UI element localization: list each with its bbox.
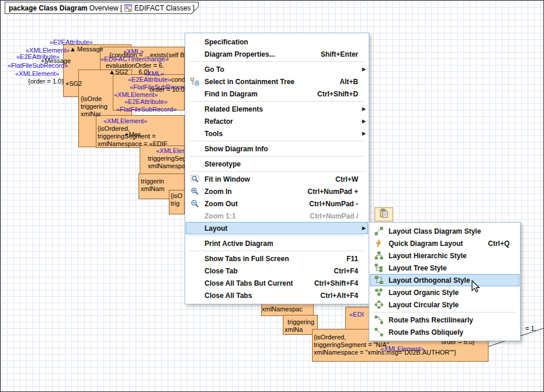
menu-item-label: Layout Hierarchic Style [389,252,466,260]
menu-item-close-all-tabs[interactable]: Close All TabsCtrl+Alt+F4 [186,289,368,301]
menu-item-layout-class-diagram-style[interactable]: Layout Class Diagram Style [370,225,519,237]
menu-item-label: Fit in Window [205,175,250,183]
menu-item-label: Zoom In [205,188,232,196]
menu-separator [189,171,365,172]
menu-item-stereotype[interactable]: Stereotype [186,158,368,170]
menu-item-refactor[interactable]: Refactor▶ [186,115,368,127]
menu-item-fit-in-window[interactable]: Fit in WindowCtrl+W [186,173,368,185]
submenu-arrow-icon: ▶ [358,131,366,136]
menu-item-label: Zoom Out [205,200,238,208]
menu-icon-blank [188,129,201,138]
stereotype-label: «E2EAttribute» [50,39,93,46]
context-menu: SpecificationDiagram Properties...Shift+… [185,33,369,304]
diagram-frame-header[interactable]: package Class Diagram Overview [ EDIFACT… [5,2,199,14]
menu-item-layout-circular-style[interactable]: Layout Circular Style [370,299,519,311]
menu-item-label: Layout Class Diagram Style [389,227,481,235]
menu-item-specification[interactable]: Specification [186,36,368,48]
menu-item-layout-orthogonal-style[interactable]: Layout Orthogonal Style [370,274,519,286]
menu-item-show-diagram-info[interactable]: Show Diagram Info [186,143,368,155]
clipboard-button[interactable] [375,207,393,221]
menu-item-label: Close All Tabs But Current [205,279,293,287]
submenu-arrow-icon: ▶ [358,226,366,231]
diagram-text: = 1, [525,325,536,332]
lay-orth-icon [372,276,385,285]
menu-separator [189,251,365,251]
menu-item-zoom-in[interactable]: Zoom InCtrl+NumPad + [186,185,368,197]
lay-hier-icon [372,251,385,261]
menu-item-find-in-diagram[interactable]: Find in DiagramCtrl+Shift+D [186,88,368,100]
menu-item-label: Specification [205,38,248,46]
submenu-arrow-icon: ▶ [358,67,366,72]
layout-submenu: Layout Class Diagram StyleQuick Diagram … [369,222,521,341]
diagram-text: ▲ [70,46,76,53]
diagram-text: xmlNamespace = «EDIF [98,141,168,147]
menu-item-label: Diagram Properties... [205,50,275,58]
menu-item-shortcut: Ctrl+NumPad - [296,200,358,208]
menu-item-label: Zoom 1:1 [205,212,235,220]
menu-item-close-all-tabs-but-current[interactable]: Close All Tabs But CurrentCtrl+Shift+F4 [186,277,368,289]
menu-item-select-in-containment-tree[interactable]: Select in Containment TreeAlt+B [186,75,368,88]
stereotype-label: «XMLElement» [103,118,147,124]
menu-item-show-tabs-in-full-screen[interactable]: Show Tabs in Full ScreenF11 [186,252,368,265]
stereotype-label: «FlatFileSubRecord» [8,63,68,69]
menu-item-layout-hierarchic-style[interactable]: Layout Hierarchic Style [370,249,519,262]
menu-separator [189,61,365,62]
menu-item-shortcut: Ctrl+F4 [321,267,358,275]
menu-item-layout-tree-style[interactable]: Layout Tree Style [370,262,519,274]
stereotype-label: «EDI [349,311,363,318]
menu-icon-blank [188,117,201,126]
menu-icon-blank [188,50,201,59]
menu-item-label: Layout Organic Style [389,289,459,297]
menu-item-route-paths-rectilinearly[interactable]: Route Paths Rectilinearly [370,314,519,326]
menu-item-print-active-diagram[interactable]: Print Active Diagram [186,237,368,249]
menu-item-label: Layout Tree Style [389,264,446,272]
menu-item-label: Show Diagram Info [205,145,268,153]
menu-icon-blank [188,279,201,288]
application-window: «E2EAttribute»«XMLElement»▲Message«XML»{… [0,0,544,392]
menu-item-label: Show Tabs in Full Screen [205,255,289,263]
frame-keyword: package Class Diagram [9,4,88,12]
class-diagram-icon [124,4,132,12]
diagram-text: xmlNamespace = "xmlns:msg="D02B.AUTHOR""… [314,349,456,356]
lay-class-icon [372,227,385,236]
menu-item-related-elements[interactable]: Related Elements▶ [186,103,368,115]
menu-item-tools[interactable]: Tools▶ [186,127,368,140]
menu-item-label: Close Tab [205,267,237,275]
route-rect-icon [372,315,385,325]
zoomin-icon [188,187,201,196]
menu-icon-blank [188,211,201,221]
menu-item-layout-organic-style[interactable]: Layout Organic Style [370,286,519,299]
menu-icon-blank [188,224,201,233]
menu-item-route-paths-obliquely[interactable]: Route Paths Obliquely [370,326,519,338]
menu-item-shortcut: Ctrl+NumPad / [297,212,358,220]
menu-item-diagram-properties[interactable]: Diagram Properties...Shift+Enter [186,48,368,60]
menu-item-go-to[interactable]: Go To▶ [186,63,368,75]
menu-item-label: Close All Tabs [205,292,252,300]
menu-item-label: Quick Diagram Layout [389,240,463,248]
lay-circ-icon [372,300,385,310]
menu-item-label: Select in Containment Tree [205,78,294,86]
zoomout-icon [188,199,201,209]
diagram-text: xmlNam [141,186,164,192]
diagram-text: {isO [171,193,182,199]
menu-icon-blank [188,266,201,276]
menu-item-label: Refactor [205,117,233,126]
menu-item-label: Print Active Diagram [205,240,273,248]
menu-separator [189,156,365,157]
diagram-text: +SG2 [65,81,82,87]
diagram-text: {isOrdered, [314,334,346,341]
route-obl-icon [372,328,385,337]
frame-diagram-name: EDIFACT Classes [134,4,190,12]
stereotype-label: «E2EAttribute» [128,77,171,83]
menu-icon-blank [188,239,201,248]
menu-item-quick-diagram-layout[interactable]: Quick Diagram LayoutCtrl+Q [370,237,519,249]
stereotype-label: «XMLElement» [15,71,59,77]
menu-item-layout[interactable]: Layout▶ [186,222,368,234]
submenu-arrow-icon: ▶ [358,106,366,112]
diagram-text: trig [171,200,179,207]
stereotype-label: «E2EAttribute» [124,99,168,105]
menu-icon-blank [188,159,201,169]
menu-icon-blank [188,144,201,154]
menu-item-close-tab[interactable]: Close TabCtrl+F4 [186,265,368,277]
menu-item-zoom-out[interactable]: Zoom OutCtrl+NumPad - [186,197,368,210]
